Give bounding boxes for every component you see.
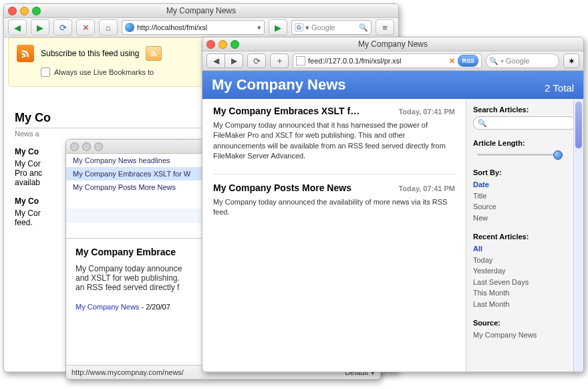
recent-option[interactable]: Last Month [473, 299, 567, 310]
back-button[interactable]: ◀ [8, 19, 27, 35]
entry-title: My Company Posts More News [213, 182, 351, 193]
report-bug-button[interactable]: ✶ [563, 53, 579, 68]
forward-button[interactable]: ▶ [225, 53, 243, 68]
source-value[interactable]: My Company News [473, 330, 567, 341]
recent-option[interactable]: Today [473, 255, 567, 266]
menu-button[interactable]: ≡ [376, 19, 394, 35]
close-icon[interactable] [8, 7, 17, 15]
safari-titlebar: My Company News [202, 37, 583, 51]
article-body: My Cor feed. [15, 209, 41, 227]
zoom-icon[interactable] [231, 40, 239, 49]
feed-entry[interactable]: My Company Embraces XSLT f… Today, 07:41… [213, 106, 455, 162]
window-title: My Company News [4, 6, 398, 15]
sort-option[interactable]: Title [473, 190, 567, 202]
search-icon[interactable]: 🔍 [359, 23, 368, 32]
minimize-icon[interactable] [82, 142, 91, 151]
search-placeholder: Google [311, 23, 335, 31]
address-text: feed://127.0.0.1/fmi/xsl/pr.xsl [308, 57, 401, 65]
safari-toolbar: ◀ ▶ ⟳ ＋ feed://127.0.0.1/fmi/xsl/pr.xsl … [202, 51, 583, 71]
feed-total: 2 Total [545, 82, 574, 94]
rss-chip[interactable]: RSS [458, 55, 478, 67]
scrollbar[interactable] [573, 99, 583, 372]
recent-label: Recent Articles: [473, 233, 567, 241]
go-button[interactable]: ▶ [269, 19, 287, 35]
search-placeholder: Google [506, 57, 529, 65]
slider-thumb[interactable] [553, 150, 563, 160]
always-label: Always use Live Bookmarks to [54, 68, 154, 76]
recent-option[interactable]: Yesterday [473, 265, 567, 277]
address-bar[interactable]: http://localhost/fmi/xsl ▾ [122, 20, 265, 35]
entry-time: Today, 07:41 PM [398, 108, 455, 116]
search-field[interactable]: G ▾ Google 🔍 [291, 20, 372, 35]
feed-header: My Company News 2 Total [202, 71, 583, 99]
add-bookmark-button[interactable]: ＋ [270, 53, 289, 68]
globe-icon [125, 23, 134, 32]
window-title: My Company News [202, 39, 583, 49]
close-icon[interactable] [206, 40, 215, 49]
divider [213, 174, 455, 174]
firefox-titlebar: My Company News [4, 4, 398, 18]
entry-body: My Company today announced that it has h… [213, 120, 455, 162]
home-button[interactable]: ⌂ [99, 19, 118, 35]
stop-button[interactable]: ✕ [76, 19, 95, 35]
minimize-icon[interactable] [20, 7, 29, 15]
reload-button[interactable]: ⟳ [247, 53, 266, 68]
search-icon: 🔍 [489, 57, 498, 66]
subscribe-text: Subscribe to this feed using [41, 49, 139, 58]
rss-icon [17, 45, 34, 62]
sort-label: Sort By: [473, 168, 567, 176]
length-label: Article Length: [473, 139, 567, 147]
back-button[interactable]: ◀ [206, 53, 225, 68]
search-engine-icon: G [295, 23, 303, 31]
source-label: Source: [473, 319, 567, 327]
feed-title: My Company News [212, 76, 346, 94]
always-checkbox[interactable] [41, 68, 50, 77]
preview-date: 2/20/07 [146, 303, 170, 311]
sort-option[interactable]: Source [473, 201, 567, 213]
feed-sidebar: Search Articles: 🔍 Article Length: Sort … [466, 99, 573, 372]
firefox-toolbar: ◀ ▶ ⟳ ✕ ⌂ http://localhost/fmi/xsl ▾ ▶ G… [4, 18, 398, 37]
stop-icon[interactable]: ✕ [449, 57, 455, 66]
forward-button[interactable]: ▶ [31, 19, 49, 35]
entry-body: My Company today announced the availabil… [213, 197, 455, 218]
recent-option[interactable]: All [473, 243, 567, 255]
preview-source-link[interactable]: My Company News [76, 303, 139, 311]
entry-title: My Company Embraces XSLT f… [213, 106, 359, 116]
article-body: My Cor Pro anc availab [15, 159, 42, 187]
sort-option[interactable]: New [473, 213, 567, 224]
minimize-icon[interactable] [218, 40, 227, 49]
nav-buttons: ◀ ▶ [206, 53, 243, 68]
feed-entries: My Company Embraces XSLT f… Today, 07:41… [202, 99, 466, 372]
subscribe-target-button[interactable] [146, 46, 162, 61]
safari-window: My Company News ◀ ▶ ⟳ ＋ feed://127.0.0.1… [202, 37, 584, 372]
close-icon[interactable] [70, 142, 79, 151]
search-label: Search Articles: [473, 106, 567, 114]
recent-option[interactable]: This Month [473, 287, 567, 299]
length-slider[interactable] [473, 150, 567, 159]
address-bar[interactable]: feed://127.0.0.1/fmi/xsl/pr.xsl ✕ RSS [293, 53, 482, 68]
sidebar-search-input[interactable]: 🔍 [473, 116, 573, 130]
zoom-icon[interactable] [94, 142, 103, 151]
feed-entry[interactable]: My Company Posts More News Today, 07:41 … [213, 182, 455, 218]
page-icon [296, 56, 305, 66]
search-icon: 🔍 [478, 119, 487, 128]
address-text: http://localhost/fmi/xsl [137, 23, 207, 31]
status-url: http://www.mycompnay.com/news/ [71, 368, 184, 376]
scrollbar-thumb[interactable] [575, 102, 582, 148]
entry-time: Today, 07:41 PM [398, 184, 455, 192]
search-field[interactable]: 🔍 ▾ Google [486, 53, 559, 68]
reload-button[interactable]: ⟳ [53, 19, 72, 35]
recent-option[interactable]: Last Seven Days [473, 277, 567, 288]
zoom-icon[interactable] [32, 7, 41, 15]
sort-option[interactable]: Date [473, 179, 567, 190]
